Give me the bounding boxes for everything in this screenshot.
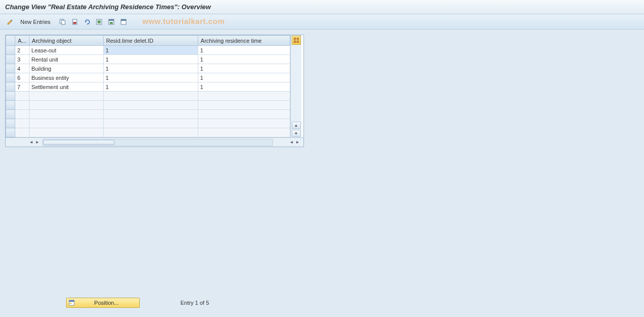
table-settings-icon[interactable] bbox=[292, 36, 301, 45]
cell-empty[interactable] bbox=[15, 110, 29, 119]
table-row: 4Building11 bbox=[6, 64, 290, 73]
cell-object[interactable]: Building bbox=[29, 64, 103, 73]
footer: Position... Entry 1 of 5 bbox=[66, 298, 209, 308]
column-header-arch[interactable]: Archiving residence time bbox=[198, 36, 290, 46]
row-selector[interactable] bbox=[6, 55, 15, 64]
horizontal-scrollbar: ◄ ► ◄ ► bbox=[6, 137, 303, 147]
row-selector[interactable] bbox=[6, 73, 15, 82]
cell-a[interactable]: 4 bbox=[15, 64, 29, 73]
cell-empty[interactable] bbox=[103, 110, 198, 119]
table-row-empty bbox=[6, 119, 290, 128]
cell-empty[interactable] bbox=[15, 92, 29, 101]
cell-object[interactable]: Rental unit bbox=[29, 55, 103, 64]
cell-resid[interactable]: 1 bbox=[103, 64, 198, 73]
entry-count: Entry 1 of 5 bbox=[180, 300, 209, 306]
cell-arch[interactable]: 1 bbox=[198, 82, 290, 92]
table-row: 6Business entity11 bbox=[6, 73, 290, 82]
table-row-empty bbox=[6, 110, 290, 119]
cell-empty[interactable] bbox=[198, 128, 290, 137]
table-row: 3Rental unit11 bbox=[6, 55, 290, 64]
new-entries-button[interactable]: New Entries bbox=[17, 18, 53, 26]
row-selector[interactable] bbox=[6, 46, 15, 55]
row-selector[interactable] bbox=[6, 128, 15, 137]
cell-a[interactable]: 3 bbox=[15, 55, 29, 64]
cell-empty[interactable] bbox=[198, 101, 290, 110]
cell-resid[interactable]: 1 bbox=[103, 82, 198, 92]
row-selector[interactable] bbox=[6, 92, 15, 101]
cell-a[interactable]: 7 bbox=[15, 82, 29, 92]
row-selector[interactable] bbox=[6, 64, 15, 73]
select-all-rows[interactable] bbox=[6, 36, 15, 46]
svg-rect-16 bbox=[69, 300, 74, 302]
column-header-resid[interactable]: Resid.time delet.ID bbox=[103, 36, 198, 46]
scroll-left-end-icon[interactable]: ◄ bbox=[289, 139, 294, 146]
cell-object[interactable]: Business entity bbox=[29, 73, 103, 82]
svg-rect-12 bbox=[297, 38, 299, 40]
hscroll-thumb[interactable] bbox=[43, 140, 114, 145]
scroll-down-icon[interactable]: ▼ bbox=[292, 130, 301, 137]
cell-resid[interactable]: 1 bbox=[103, 73, 198, 82]
cell-object[interactable]: Settlement unit bbox=[29, 82, 103, 92]
scroll-right-icon[interactable]: ► bbox=[35, 139, 40, 146]
hscroll-track[interactable] bbox=[42, 139, 273, 146]
cell-a[interactable]: 6 bbox=[15, 73, 29, 82]
scroll-left-icon[interactable]: ◄ bbox=[28, 139, 34, 146]
vscroll-track[interactable] bbox=[291, 45, 301, 121]
scroll-right-end-icon[interactable]: ► bbox=[295, 139, 300, 146]
svg-rect-11 bbox=[294, 38, 296, 40]
cell-empty[interactable] bbox=[103, 101, 198, 110]
svg-rect-13 bbox=[294, 41, 296, 43]
table-row-empty bbox=[6, 101, 290, 110]
row-selector[interactable] bbox=[6, 82, 15, 92]
row-selector[interactable] bbox=[6, 101, 15, 110]
cell-empty[interactable] bbox=[103, 119, 198, 128]
cell-empty[interactable] bbox=[29, 128, 103, 137]
cell-empty[interactable] bbox=[29, 119, 103, 128]
cell-resid[interactable]: 1 bbox=[103, 46, 198, 55]
cell-empty[interactable] bbox=[29, 92, 103, 101]
column-header-object[interactable]: Archiving object bbox=[29, 36, 103, 46]
cell-arch[interactable]: 1 bbox=[198, 73, 290, 82]
svg-rect-7 bbox=[109, 19, 114, 21]
vertical-scrollbar: ▲ ▼ bbox=[290, 35, 301, 137]
cell-empty[interactable] bbox=[15, 128, 29, 137]
page-title: Change View "Real Estate Archiving Resid… bbox=[5, 3, 211, 11]
cell-a[interactable]: 2 bbox=[15, 46, 29, 55]
table-row: 2Lease-out11 bbox=[6, 46, 290, 55]
svg-rect-14 bbox=[297, 41, 299, 43]
cell-resid[interactable]: 1 bbox=[103, 55, 198, 64]
position-button[interactable]: Position... bbox=[66, 298, 140, 308]
cell-empty[interactable] bbox=[15, 101, 29, 110]
cell-empty[interactable] bbox=[103, 128, 198, 137]
cell-empty[interactable] bbox=[29, 110, 103, 119]
toggle-display-change-icon[interactable] bbox=[5, 17, 15, 27]
cell-arch[interactable]: 1 bbox=[198, 64, 290, 73]
row-selector[interactable] bbox=[6, 119, 15, 128]
cell-arch[interactable]: 1 bbox=[198, 46, 290, 55]
table-row-empty bbox=[6, 92, 290, 101]
svg-rect-8 bbox=[110, 22, 113, 24]
cell-empty[interactable] bbox=[29, 101, 103, 110]
data-table: A... Archiving object Resid.time delet.I… bbox=[6, 35, 290, 137]
cell-empty[interactable] bbox=[15, 119, 29, 128]
cell-object[interactable]: Lease-out bbox=[29, 46, 103, 55]
svg-rect-1 bbox=[62, 20, 65, 24]
cell-arch[interactable]: 1 bbox=[198, 55, 290, 64]
cell-empty[interactable] bbox=[198, 110, 290, 119]
cell-empty[interactable] bbox=[198, 119, 290, 128]
undo-icon[interactable] bbox=[82, 17, 92, 27]
column-header-a[interactable]: A... bbox=[15, 36, 29, 46]
svg-rect-5 bbox=[98, 20, 101, 23]
svg-rect-17 bbox=[70, 303, 72, 304]
table-row: 7Settlement unit11 bbox=[6, 82, 290, 92]
watermark: www.tutorialkart.com bbox=[142, 17, 225, 25]
delete-icon[interactable] bbox=[70, 17, 80, 27]
deselect-all-icon[interactable] bbox=[118, 17, 129, 27]
cell-empty[interactable] bbox=[198, 92, 290, 101]
cell-empty[interactable] bbox=[103, 92, 198, 101]
copy-icon[interactable] bbox=[57, 17, 68, 27]
scroll-up-icon[interactable]: ▲ bbox=[292, 122, 301, 129]
row-selector[interactable] bbox=[6, 110, 15, 119]
select-all-icon[interactable] bbox=[94, 17, 104, 27]
select-block-icon[interactable] bbox=[106, 17, 116, 27]
